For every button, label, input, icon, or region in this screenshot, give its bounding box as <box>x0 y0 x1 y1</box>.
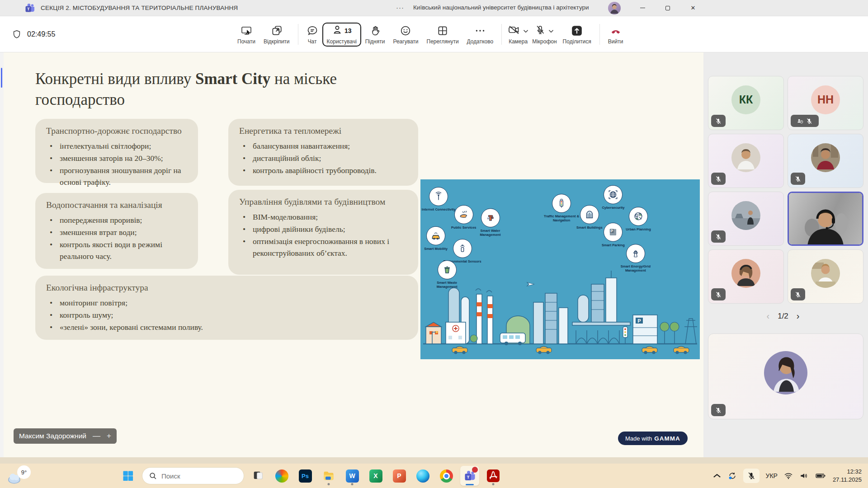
taskbar-search[interactable] <box>142 467 244 484</box>
zoom-out-button[interactable]: — <box>93 432 100 441</box>
chrome-button[interactable] <box>437 466 456 486</box>
page-prev-button[interactable]: ‹ <box>767 311 770 321</box>
presenter-badge: Максим Задорожний — + <box>14 428 117 444</box>
word-icon: W <box>346 469 359 483</box>
weather-widget[interactable]: 9° <box>6 465 31 486</box>
toolbar-divider <box>501 24 502 45</box>
mic-button[interactable]: Мікрофон <box>530 23 558 47</box>
leave-button[interactable]: Вийти <box>604 23 627 47</box>
avatar-photo <box>731 259 760 288</box>
battery-icon[interactable] <box>815 471 826 480</box>
start-button[interactable] <box>118 466 137 486</box>
tray-expand-button[interactable] <box>712 471 722 480</box>
chat-label: Чат <box>308 38 317 45</box>
page-next-button[interactable]: › <box>797 311 800 321</box>
taskbar-clock[interactable]: 12:32 27.11.2025 <box>833 468 862 483</box>
card-bullet: дистанційний облік; <box>239 152 407 164</box>
camera-chevron-icon[interactable] <box>523 27 528 35</box>
more-actions-button[interactable]: Додатково <box>463 23 498 47</box>
teams-button[interactable]: T <box>460 466 479 486</box>
close-button[interactable]: ✕ <box>683 0 703 16</box>
wifi-icon[interactable] <box>784 471 793 480</box>
minimize-button[interactable] <box>632 0 653 16</box>
photoshop-button[interactable]: Ps <box>296 466 315 486</box>
card-bullet: оптимізація енергоспоживання в нових і р… <box>239 235 407 259</box>
avatar-photo <box>811 259 840 288</box>
participant-tile[interactable] <box>708 249 784 304</box>
volume-icon[interactable] <box>799 471 808 480</box>
environmental-sensors-icon <box>453 239 472 258</box>
file-explorer-button[interactable] <box>319 466 338 486</box>
participants-button[interactable]: 13 Користувачі <box>322 23 361 47</box>
participant-tile[interactable]: КК <box>708 76 784 130</box>
mic-chevron-icon[interactable] <box>548 27 554 35</box>
powerpoint-button[interactable]: P <box>390 466 409 486</box>
participants-pagination: ‹ 1/2 › <box>703 311 863 321</box>
tray-mic-muted-icon[interactable] <box>743 469 760 483</box>
illustration-badge: Cybersecurity <box>594 185 632 210</box>
search-input[interactable] <box>161 472 229 480</box>
card-heading: Водопостачання та каналізація <box>46 200 187 211</box>
popout-icon <box>271 24 283 37</box>
gamma-badge[interactable]: Made with GAMMA <box>618 432 688 445</box>
card-heading: Транспортно-дорожнє господарство <box>46 126 187 136</box>
scroll-accent <box>1 68 2 88</box>
zoom-in-button[interactable]: + <box>107 432 111 441</box>
active-speaker-tile[interactable] <box>788 192 863 246</box>
participant-tile[interactable] <box>788 249 863 304</box>
participant-tile[interactable] <box>708 134 784 188</box>
card-bullet: цифрові двійники будівель; <box>239 223 407 235</box>
gamma-logo-text: GAMMA <box>654 435 680 442</box>
illustration-badge: Smart Energy/Grid Management <box>616 244 655 273</box>
smart-water-icon <box>481 208 500 227</box>
titlebar-more-button[interactable]: ··· <box>396 4 404 11</box>
presenter-name: Максим Задорожний <box>19 432 86 440</box>
maximize-button[interactable] <box>657 0 678 16</box>
active-indicator <box>466 484 474 485</box>
teams-logo-icon: T <box>24 3 35 14</box>
view-button[interactable]: Переглянути <box>423 23 463 47</box>
badge-label: Smart Energy/Grid Management <box>616 264 655 273</box>
word-button[interactable]: W <box>343 466 362 486</box>
copilot-button[interactable] <box>272 466 291 486</box>
running-indicator <box>328 483 330 485</box>
meeting-timer: 02:49:55 <box>27 30 55 38</box>
excel-button[interactable]: X <box>366 466 385 486</box>
card-water: Водопостачання та каналізація попереджен… <box>35 193 198 269</box>
svg-text:P: P <box>637 318 641 324</box>
participants-panel: КК НН <box>703 52 868 457</box>
chat-button[interactable]: Чат <box>302 23 322 47</box>
acrobat-button[interactable] <box>484 466 503 486</box>
smart-energy-icon <box>626 244 645 263</box>
hangup-icon <box>610 24 622 37</box>
user-avatar[interactable] <box>608 2 621 14</box>
language-indicator[interactable]: УКР <box>766 472 778 479</box>
more-actions-label: Додатково <box>467 38 494 45</box>
unpin-button[interactable]: Відкріпити <box>259 23 294 47</box>
raise-hand-label: Підняти <box>365 38 385 45</box>
avatar-photo <box>731 143 760 172</box>
card-buildings: Управління будівлями та будівництвом BIM… <box>228 190 418 275</box>
participant-tile[interactable] <box>708 192 784 246</box>
featured-participant-tile[interactable] <box>708 333 863 419</box>
edge-button[interactable] <box>413 466 432 486</box>
participant-initials: КК <box>739 93 753 106</box>
start-present-button[interactable]: Почати <box>233 23 259 47</box>
organization-name: Київський національний університет будів… <box>413 4 589 11</box>
sync-status-icon[interactable] <box>728 471 737 480</box>
card-energy: Енергетика та тепломережі балансування н… <box>228 119 418 186</box>
react-button[interactable]: Реагувати <box>389 23 422 47</box>
participant-tile[interactable] <box>788 134 863 188</box>
search-icon <box>149 472 157 480</box>
task-view-button[interactable] <box>249 466 268 486</box>
participants-label: Користувачі <box>327 38 357 45</box>
avatar-photo <box>731 201 760 230</box>
shared-slide: Конкретні види впливу Smart City на місь… <box>4 52 703 457</box>
smart-parking-icon: P <box>604 223 623 242</box>
card-bullet: попередження проривів; <box>46 214 187 226</box>
camera-button[interactable]: Камера <box>506 23 530 47</box>
participant-tile[interactable]: НН <box>788 76 863 130</box>
raise-hand-button[interactable]: Підняти <box>361 23 389 47</box>
share-button[interactable]: Поділитися <box>559 23 595 47</box>
illustration-badge: Smart Water Management <box>471 208 510 237</box>
